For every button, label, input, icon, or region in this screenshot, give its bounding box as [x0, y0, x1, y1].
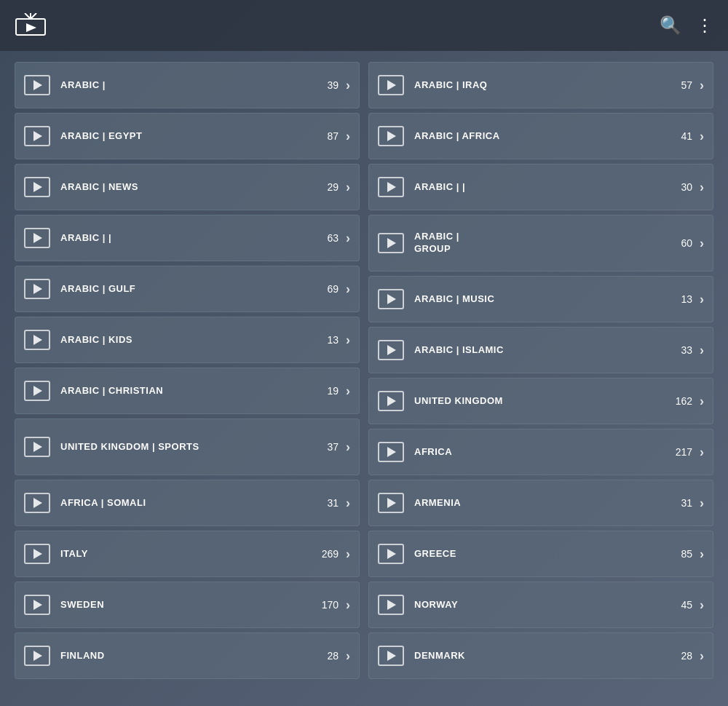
channel-name: FINLAND — [60, 650, 318, 662]
channel-count: 13 — [672, 293, 692, 305]
chevron-right-icon: › — [700, 343, 704, 358]
chevron-right-icon: › — [700, 292, 704, 307]
play-icon — [24, 126, 50, 146]
chevron-right-icon: › — [346, 496, 350, 511]
svg-marker-4 — [26, 23, 36, 32]
chevron-right-icon: › — [346, 180, 350, 195]
channel-row[interactable]: UNITED KINGDOM162› — [368, 378, 713, 424]
channel-name: UNITED KINGDOM | SPORTS — [60, 441, 318, 453]
play-icon — [24, 544, 50, 564]
logo-icon — [15, 13, 47, 38]
channel-row[interactable]: ARABIC | EGYPT87› — [15, 113, 360, 159]
channel-row[interactable]: AFRICA | SOMALI31› — [15, 480, 360, 526]
channel-count: 31 — [672, 497, 692, 509]
channel-row[interactable]: ARABIC | AFRICA41› — [368, 113, 713, 159]
channel-count: 28 — [318, 650, 339, 662]
chevron-right-icon: › — [700, 649, 704, 664]
channel-count: 57 — [672, 79, 692, 91]
channel-count: 31 — [318, 497, 339, 509]
channel-name: AFRICA | SOMALI — [60, 497, 318, 509]
channel-row[interactable]: ITALY269› — [15, 531, 360, 577]
channel-row[interactable]: ARABIC | NEWS29› — [15, 164, 360, 210]
channel-row[interactable]: UNITED KINGDOM | SPORTS37› — [15, 419, 360, 475]
channel-row[interactable]: ARABIC | KIDS13› — [15, 317, 360, 363]
channel-count: 60 — [672, 237, 692, 249]
play-icon — [378, 391, 404, 411]
channel-count: 45 — [672, 599, 692, 611]
channel-name: ARABIC | GROUP — [414, 231, 672, 255]
channel-name: ITALY — [60, 548, 318, 560]
channel-row[interactable]: GREECE85› — [368, 531, 713, 577]
more-options-icon[interactable]: ⋮ — [696, 15, 713, 36]
play-icon — [378, 493, 404, 513]
svg-line-3 — [31, 13, 36, 19]
play-icon — [24, 330, 50, 350]
play-icon — [378, 340, 404, 360]
channel-row[interactable]: ARABIC | GULF69› — [15, 266, 360, 312]
channel-count: 63 — [318, 232, 339, 244]
channel-name: ARABIC | GULF — [60, 283, 318, 296]
chevron-right-icon: › — [700, 180, 704, 195]
channel-name: ARABIC | ISLAMIC — [414, 344, 672, 357]
channel-row[interactable]: NORWAY45› — [368, 582, 713, 628]
channel-name: ARABIC | MUSIC — [414, 293, 672, 306]
chevron-right-icon: › — [346, 231, 350, 246]
chevron-right-icon: › — [700, 445, 704, 460]
header: 🔍 ⋮ — [0, 0, 728, 51]
play-icon — [24, 493, 50, 513]
play-icon — [378, 126, 404, 146]
play-icon — [378, 289, 404, 309]
chevron-right-icon: › — [700, 129, 704, 144]
chevron-right-icon: › — [700, 236, 704, 251]
chevron-right-icon: › — [700, 547, 704, 562]
channel-row[interactable]: ARABIC |39› — [15, 62, 360, 108]
channel-row[interactable]: ARABIC | GROUP60› — [368, 215, 713, 271]
channel-row[interactable]: ARABIC | |63› — [15, 215, 360, 261]
channel-row[interactable]: ARABIC | ISLAMIC33› — [368, 327, 713, 373]
channel-row[interactable]: ARABIC | MUSIC13› — [368, 276, 713, 322]
chevron-right-icon: › — [346, 440, 350, 455]
channel-row[interactable]: SWEDEN170› — [15, 582, 360, 628]
channel-name: ARABIC | CHRISTIAN — [60, 385, 318, 397]
channel-count: 170 — [318, 599, 339, 611]
search-icon[interactable]: 🔍 — [660, 15, 681, 36]
chevron-right-icon: › — [700, 598, 704, 613]
play-icon — [24, 177, 50, 197]
channel-row[interactable]: ARABIC | CHRISTIAN19› — [15, 368, 360, 414]
logo-area — [15, 13, 52, 38]
channel-name: ARABIC | | — [414, 181, 672, 194]
chevron-right-icon: › — [346, 78, 350, 93]
right-column: ARABIC | IRAQ57›ARABIC | AFRICA41›ARABIC… — [368, 62, 713, 695]
channel-row[interactable]: ARMENIA31› — [368, 480, 713, 526]
channel-row[interactable]: DENMARK28› — [368, 632, 713, 679]
header-actions: 🔍 ⋮ — [660, 15, 713, 36]
channel-row[interactable]: ARABIC | IRAQ57› — [368, 62, 713, 108]
chevron-right-icon: › — [346, 333, 350, 348]
channel-name: AFRICA — [414, 446, 672, 459]
channel-count: 269 — [318, 548, 339, 560]
channel-count: 39 — [318, 79, 339, 91]
channel-row[interactable]: FINLAND28› — [15, 632, 360, 679]
channel-count: 33 — [672, 344, 692, 356]
play-icon — [24, 228, 50, 248]
channel-count: 85 — [672, 548, 692, 560]
play-icon — [378, 75, 404, 95]
play-icon — [24, 75, 50, 95]
channel-name: DENMARK — [414, 650, 672, 662]
channel-name: UNITED KINGDOM — [414, 395, 672, 408]
app-container: 🔍 ⋮ ARABIC |39›ARABIC | EGYPT87›ARABIC |… — [0, 0, 728, 706]
svg-line-2 — [25, 13, 31, 19]
channel-count: 13 — [318, 334, 339, 346]
chevron-right-icon: › — [346, 598, 350, 613]
channel-count: 41 — [672, 130, 692, 142]
play-icon — [378, 544, 404, 564]
channel-name: GREECE — [414, 548, 672, 560]
chevron-right-icon: › — [700, 394, 704, 409]
channel-row[interactable]: AFRICA217› — [368, 429, 713, 475]
channel-row[interactable]: ARABIC | |30› — [368, 164, 713, 210]
play-icon — [378, 595, 404, 615]
channel-count: 28 — [672, 650, 692, 662]
play-icon — [378, 442, 404, 462]
chevron-right-icon: › — [346, 282, 350, 297]
channel-name: ARABIC | KIDS — [60, 334, 318, 346]
